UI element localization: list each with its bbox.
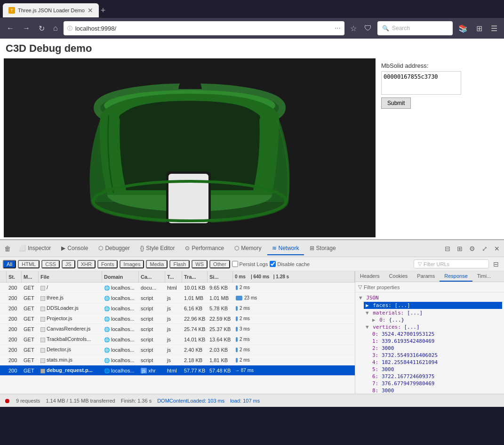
filter-js[interactable]: JS (62, 260, 75, 268)
expand-button[interactable]: ⤢ (480, 243, 490, 254)
json-indent-vertices: 0: 3524.427001953125 1: 339.619354248046… (366, 331, 500, 394)
col-header-domain[interactable]: Domain (102, 271, 139, 282)
json-v4[interactable]: 4: 182.25584411621094 (372, 359, 500, 366)
tab-headers[interactable]: Headers (355, 271, 384, 282)
table-row[interactable]: 200 GET / 🌐 localhos... docu... html 10.… (0, 283, 355, 293)
tab-console[interactable]: ▶ Console (56, 242, 93, 255)
close-devtools-button[interactable]: ✕ (492, 243, 502, 254)
address-bar[interactable]: ⓘ localhost:9998/ ··· (64, 21, 344, 35)
table-row[interactable]: 200 GET DDSLoader.js 🌐 localhos... scrip… (0, 303, 355, 314)
table-row[interactable]: 200 GET Detector.js 🌐 localhos... script… (0, 345, 355, 355)
split-button[interactable]: ⊞ (455, 243, 465, 254)
filter-urls-container[interactable]: ▽ Filter URLs (414, 259, 489, 268)
json-materials-node[interactable]: ▼ materials: [...] (366, 309, 500, 316)
tab-bar: T Three.js JSON Loader Demo ✕ + (0, 0, 504, 18)
address-menu-button[interactable]: ··· (335, 24, 341, 32)
col-header-file[interactable]: File (39, 271, 102, 282)
disable-cache-checkbox[interactable] (270, 261, 276, 267)
col-header-type[interactable]: T... (165, 271, 182, 282)
mb-solid-input[interactable]: 00000167855c3730 (381, 71, 461, 95)
expand-arrow[interactable]: ▼ (366, 310, 369, 316)
sidebar-icon[interactable]: ⊞ (473, 22, 485, 35)
col-header-size[interactable]: Si... (208, 271, 233, 282)
bookmark-icon[interactable]: ☆ (347, 22, 360, 35)
tab-params[interactable]: Params (412, 271, 440, 282)
tab-debugger[interactable]: ⬡ Debugger (94, 242, 135, 255)
dock-button[interactable]: ⊟ (442, 243, 453, 254)
disable-cache-label[interactable]: Disable cache (270, 261, 310, 267)
expand-arrow[interactable]: ▼ (366, 324, 369, 330)
json-mat-0-node[interactable]: ▶ 0: {...} (372, 316, 500, 324)
table-row-selected[interactable]: 200 GET debug_request.p... 🌐 localhos...… (0, 365, 355, 376)
shield-icon[interactable]: 🛡 (361, 22, 375, 34)
expand-arrow[interactable]: ▶ (372, 317, 376, 323)
table-row[interactable]: 200 GET TrackballControls... 🌐 localhos.… (0, 334, 355, 345)
library-icon[interactable]: 📚 (456, 22, 471, 35)
json-v7[interactable]: 7: 376.6779479980469 (372, 380, 500, 387)
filter-images[interactable]: Images (120, 260, 144, 268)
filter-ws[interactable]: WS (192, 260, 208, 268)
col-header-code[interactable]: St. (7, 271, 22, 282)
filter-all[interactable]: All (3, 260, 16, 268)
tab-memory[interactable]: ⬡ Memory (230, 242, 266, 255)
json-faces-node[interactable]: ▶ faces: [...] (364, 302, 502, 309)
json-v1[interactable]: 1: 339.6193542480469 (372, 338, 500, 345)
menu-icon[interactable]: ☰ (488, 22, 500, 35)
size: 9.65 KB (208, 285, 233, 291)
persist-logs-label[interactable]: Persist Logs (232, 261, 268, 267)
settings-button[interactable]: ⚙ (467, 243, 478, 254)
reload-button[interactable]: ↻ (36, 22, 48, 35)
tab-storage[interactable]: ⊞ Storage (305, 242, 341, 255)
size: 25.37 KB (208, 326, 233, 332)
filter-html[interactable]: HTML (18, 260, 40, 268)
tab-timings[interactable]: Timi... (472, 271, 496, 282)
filter-xhr[interactable]: XHR (77, 260, 96, 268)
table-row[interactable]: 200 GET Projector.js 🌐 localhos... scrip… (0, 314, 355, 324)
json-root[interactable]: ▼ JSON (359, 294, 500, 301)
tab-style-editor[interactable]: {} Style Editor (136, 242, 179, 255)
tab-performance[interactable]: ⊙ Performance (180, 242, 229, 255)
clear-button[interactable]: 🗑 (2, 243, 13, 254)
col-header-cause[interactable]: Ca... (139, 271, 165, 282)
tab-response[interactable]: Response (440, 271, 472, 282)
table-row[interactable]: 200 GET CanvasRenderer.js 🌐 localhos... … (0, 324, 355, 334)
expand-arrow[interactable]: ▶ (366, 302, 369, 308)
collapse-arrow[interactable]: ▼ (359, 295, 362, 301)
tab-cookies[interactable]: Cookies (384, 271, 413, 282)
filter-css[interactable]: CSS (41, 260, 60, 268)
json-v3[interactable]: 3: 3732.5549316406025 (372, 352, 500, 359)
persist-logs-checkbox[interactable] (232, 261, 238, 267)
forward-button[interactable]: → (20, 22, 33, 34)
table-row[interactable]: 200 GET three.js 🌐 localhos... script js… (0, 293, 355, 303)
json-v0[interactable]: 0: 3524.427001953125 (372, 331, 500, 338)
size: 5.78 KB (208, 306, 233, 311)
col-header-method[interactable]: M... (22, 271, 39, 282)
search-bar[interactable]: 🔍 Search (377, 21, 453, 35)
transferred: 6.16 KB (182, 306, 208, 311)
json-v2[interactable]: 2: 3000 (372, 345, 500, 352)
home-button[interactable]: ⌂ (50, 22, 61, 34)
load-link[interactable]: load: 107 ms (230, 398, 260, 404)
json-v6[interactable]: 6: 3722.167724609375 (372, 373, 500, 380)
filter-other[interactable]: Other (209, 260, 230, 268)
dom-loaded-link[interactable]: DOMContentLoaded: 103 ms (157, 398, 224, 404)
tab-inspector[interactable]: ⬜ Inspector (14, 242, 56, 255)
browser-tab[interactable]: T Three.js JSON Loader Demo ✕ (3, 3, 99, 17)
new-tab-button[interactable]: + (101, 6, 106, 16)
filter-flash[interactable]: Flash (169, 260, 190, 268)
back-button[interactable]: ← (4, 22, 17, 34)
three-canvas[interactable] (4, 58, 376, 237)
filter-media[interactable]: Media (146, 260, 168, 268)
table-row[interactable]: 200 GET stats.min.js 🌐 localhos... scrip… (0, 355, 355, 365)
3d-shape-svg (39, 63, 340, 233)
submit-button[interactable]: Submit (381, 97, 411, 109)
filter-properties[interactable]: ▽ Filter properties (355, 282, 504, 292)
col-header-transferred[interactable]: Tra... (182, 271, 208, 282)
tab-network[interactable]: ≋ Network (267, 242, 304, 255)
json-v8[interactable]: 8: 3000 (372, 387, 500, 394)
tab-close-btn[interactable]: ✕ (88, 7, 93, 14)
toggle-cols-button[interactable]: ⊟ (491, 259, 501, 269)
filter-fonts[interactable]: Fonts (97, 260, 118, 268)
json-vertices-node[interactable]: ▼ vertices: [...] (366, 324, 500, 331)
json-v5[interactable]: 5: 3000 (372, 366, 500, 373)
